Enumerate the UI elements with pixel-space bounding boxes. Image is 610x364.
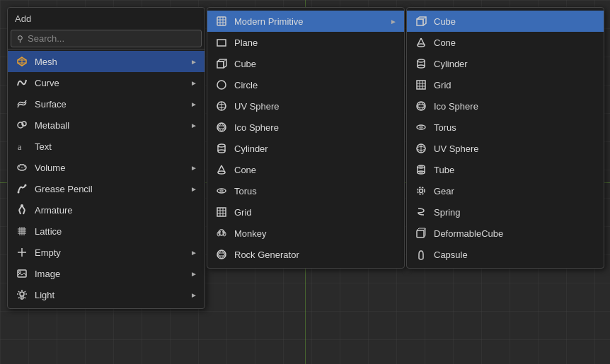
svg-text:a: a — [18, 142, 22, 152]
ms-cone-label: Cone — [434, 37, 597, 48]
svg-rect-36 — [217, 17, 226, 25]
ms-cylinder-icon — [414, 57, 428, 71]
rock-generator-label: Rock Generator — [234, 249, 397, 260]
surface-icon — [15, 97, 29, 111]
sidebar-item-empty[interactable]: Empty ► — [8, 242, 205, 263]
mp-item-ico-sphere[interactable]: Ico Sphere — [207, 117, 404, 138]
svg-point-70 — [219, 231, 221, 233]
plane-icon — [214, 35, 229, 49]
mp-item-grid[interactable]: Grid — [207, 201, 404, 223]
mp-item-uv-sphere[interactable]: UV Sphere — [207, 95, 404, 117]
svg-point-15 — [21, 204, 23, 207]
sidebar-item-armature[interactable]: Armature — [8, 199, 205, 221]
tube-label: Tube — [434, 165, 597, 175]
svg-point-61 — [220, 190, 224, 192]
text-icon: a — [15, 139, 29, 153]
mp-item-rock-generator[interactable]: Rock Generator — [207, 244, 404, 265]
sidebar-item-surface[interactable]: Surface ► — [8, 93, 205, 115]
volume-icon — [15, 160, 29, 175]
grid-label: Grid — [234, 207, 397, 218]
ms-item-spring[interactable]: Spring — [407, 201, 604, 223]
svg-point-10 — [25, 184, 27, 187]
ico-sphere-label: Ico Sphere — [234, 122, 397, 133]
grid-icon — [214, 205, 229, 219]
svg-rect-75 — [417, 19, 423, 25]
svg-point-60 — [217, 189, 226, 193]
svg-line-31 — [18, 291, 20, 293]
sidebar-item-image[interactable]: Image ► — [8, 263, 205, 284]
add-menu-panel: Add ⚲ Search... Mesh ► — [7, 7, 205, 309]
ms-item-cube[interactable]: Cube — [407, 11, 604, 32]
grease-pencil-arrow: ► — [190, 185, 197, 193]
rock-generator-icon — [214, 247, 229, 262]
ms-cone-icon — [414, 35, 428, 49]
ms-item-grid[interactable]: Grid — [407, 74, 604, 95]
svg-point-54 — [218, 150, 225, 153]
sidebar-item-volume[interactable]: Volume ► — [8, 157, 205, 178]
ms-item-deformable-cube[interactable]: DeformableCube — [407, 223, 604, 244]
mesh-submenu-panel: Cube Cone Cylin — [406, 7, 604, 269]
menu-divider-1 — [8, 49, 205, 49]
sidebar-item-mesh[interactable]: Mesh ► — [8, 51, 205, 72]
mp-item-plane[interactable]: Plane — [207, 32, 404, 53]
ms-item-ico-sphere[interactable]: Ico Sphere — [407, 95, 604, 117]
sidebar-item-lattice[interactable]: Lattice — [8, 221, 205, 242]
svg-point-83 — [418, 65, 425, 68]
sidebar-item-metaball[interactable]: Metaball ► — [8, 115, 205, 136]
ms-item-cylinder[interactable]: Cylinder — [407, 53, 604, 74]
ms-item-torus[interactable]: Torus — [407, 117, 604, 138]
sidebar-item-grease-pencil[interactable]: Grease Pencil ► — [8, 178, 205, 199]
svg-line-13 — [19, 210, 21, 214]
mp-item-cone[interactable]: Cone — [207, 159, 404, 180]
ms-grid-label: Grid — [434, 80, 597, 90]
sidebar-item-text[interactable]: a Text — [8, 136, 205, 157]
deformable-cube-icon — [414, 226, 428, 240]
ms-item-cone[interactable]: Cone — [407, 32, 604, 53]
deformable-cube-label: DeformableCube — [434, 228, 597, 239]
sidebar-item-light[interactable]: Light ► — [8, 284, 205, 305]
svg-point-82 — [418, 59, 425, 62]
armature-label: Armature — [35, 205, 197, 216]
svg-rect-107 — [417, 230, 424, 237]
curve-arrow: ► — [190, 79, 197, 87]
svg-point-95 — [420, 127, 423, 128]
search-icon: ⚲ — [17, 34, 23, 44]
image-arrow: ► — [190, 270, 197, 278]
mp-item-torus[interactable]: Torus — [207, 180, 404, 201]
ms-item-uv-sphere[interactable]: UV Sphere — [407, 138, 604, 159]
ms-item-tube[interactable]: Tube — [407, 159, 604, 180]
armature-icon — [15, 203, 29, 217]
light-icon — [15, 288, 29, 302]
light-arrow: ► — [190, 291, 197, 299]
ms-torus-label: Torus — [434, 122, 597, 133]
mp-item-cylinder[interactable]: Cylinder — [207, 138, 404, 159]
sidebar-item-curve[interactable]: Curve ► — [8, 72, 205, 93]
volume-arrow: ► — [190, 164, 197, 172]
mp-item-monkey[interactable]: Monkey — [207, 223, 404, 244]
text-label: Text — [35, 141, 197, 152]
svg-rect-62 — [217, 208, 226, 216]
metaball-arrow: ► — [190, 122, 197, 129]
mp-item-circle[interactable]: Circle — [207, 74, 404, 95]
modern-primitive-panel: Modern Primitive ► Plane — [207, 7, 405, 269]
svg-point-105 — [420, 189, 423, 193]
ms-item-capsule[interactable]: Capsule — [407, 244, 604, 265]
uv-sphere-icon — [214, 99, 229, 113]
capsule-label: Capsule — [434, 249, 597, 260]
svg-line-14 — [23, 210, 25, 214]
svg-rect-41 — [217, 40, 226, 46]
curve-label: Curve — [35, 78, 190, 88]
gear-icon — [414, 184, 428, 198]
metaball-icon — [15, 118, 29, 132]
svg-point-102 — [420, 172, 423, 173]
mesh-icon — [15, 54, 29, 69]
empty-label: Empty — [35, 247, 190, 258]
spring-label: Spring — [434, 207, 597, 218]
svg-point-53 — [218, 144, 225, 147]
mp-item-cube[interactable]: Cube — [207, 53, 404, 74]
search-row[interactable]: ⚲ Search... — [11, 30, 202, 47]
modern-primitive-title: Modern Primitive — [234, 16, 390, 27]
svg-point-94 — [417, 125, 425, 129]
ms-item-gear[interactable]: Gear — [407, 180, 604, 201]
ms-uv-sphere-icon — [414, 141, 428, 155]
